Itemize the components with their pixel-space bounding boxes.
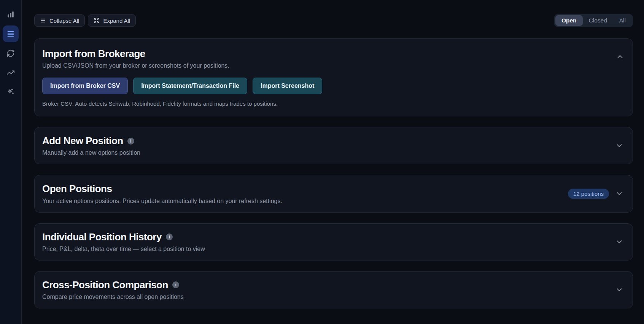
sidebar-item-ai[interactable] [3,84,19,100]
section-subtitle-position-history: Price, P&L, delta, theta over time — sel… [42,246,205,253]
position-filter-tabs: Open Closed All [554,14,633,27]
expand-add-position-button[interactable] [614,140,625,151]
collapse-import-section-button[interactable] [614,51,626,62]
refresh-icon [6,49,15,57]
tab-closed[interactable]: Closed [583,15,613,26]
expand-all-label: Expand All [103,17,130,24]
panel-cross-comparison: Cross-Position Comparison i Compare pric… [34,271,633,308]
main-content: Collapse All Expand All Open Closed All [22,0,644,324]
panel-open-positions: Open Positions Your active options posit… [34,175,633,212]
cross-comparison-header[interactable]: Cross-Position Comparison i Compare pric… [42,279,625,300]
position-history-header-right [614,236,625,248]
sidebar-item-dashboard[interactable] [3,6,19,23]
section-title-add-position-text: Add New Position [42,135,123,147]
menu-icon [40,17,46,24]
add-position-header-right [614,140,625,151]
panel-import-brokerage: Import from Brokerage Upload CSV/JSON fr… [34,38,633,116]
open-positions-header[interactable]: Open Positions Your active options posit… [42,183,625,204]
tab-open[interactable]: Open [555,15,583,26]
app-root: Collapse All Expand All Open Closed All [0,0,644,324]
trend-up-icon [6,68,15,77]
add-position-header-text: Add New Position i Manually add a new op… [42,135,140,156]
collapse-all-label: Collapse All [49,17,79,24]
chevron-down-icon [615,141,623,150]
info-icon: i [172,281,179,288]
chevron-up-icon [616,52,624,61]
expand-cross-comparison-button[interactable] [614,284,625,295]
sidebar-item-refresh[interactable] [3,45,19,62]
sparkles-icon [6,88,15,96]
section-title-import: Import from Brokerage [42,48,625,60]
tab-all[interactable]: All [613,15,632,26]
import-statement-file-button[interactable]: Import Statement/Transaction File [133,78,247,94]
positions-count-badge: 12 positions [568,189,609,199]
section-title-import-text: Import from Brokerage [42,48,145,60]
import-screenshot-button[interactable]: Import Screenshot [253,78,322,94]
section-title-position-history-text: Individual Position History [42,231,162,243]
section-title-cross-comparison: Cross-Position Comparison i [42,279,184,291]
collapse-all-button[interactable]: Collapse All [34,14,85,27]
sidebar [0,0,22,324]
section-title-open-positions-text: Open Positions [42,183,112,195]
chevron-down-icon [615,286,623,294]
info-icon: i [127,138,134,145]
sidebar-item-positions[interactable] [3,25,19,42]
section-title-cross-comparison-text: Cross-Position Comparison [42,279,168,291]
section-subtitle-cross-comparison: Compare price movements across all open … [42,294,184,300]
import-broker-csv-button[interactable]: Import from Broker CSV [42,78,128,94]
toolbar: Collapse All Expand All Open Closed All [34,14,633,27]
position-history-header[interactable]: Individual Position History i Price, P&L… [42,231,625,253]
section-title-add-position: Add New Position i [42,135,140,147]
position-history-header-text: Individual Position History i Price, P&L… [42,231,205,253]
chevron-down-icon [615,238,623,246]
cross-comparison-header-right [614,284,625,295]
section-subtitle-add-position: Manually add a new options position [42,149,140,156]
panel-add-position: Add New Position i Manually add a new op… [34,127,633,164]
section-subtitle-open-positions: Your active options positions. Prices up… [42,198,282,205]
import-buttons-row: Import from Broker CSV Import Statement/… [42,78,625,94]
expand-icon [94,17,100,24]
broker-csv-note: Broker CSV: Auto-detects Schwab, Robinho… [42,100,625,107]
sidebar-item-trends[interactable] [3,64,19,81]
section-title-position-history: Individual Position History i [42,231,205,243]
open-positions-header-text: Open Positions Your active options posit… [42,183,282,204]
expand-open-positions-button[interactable] [614,188,625,199]
open-positions-header-right: 12 positions [568,188,625,199]
chevron-down-icon [615,189,623,198]
section-subtitle-import: Upload CSV/JSON from your broker or scre… [42,62,625,69]
toolbar-left: Collapse All Expand All [34,14,136,27]
info-icon: i [166,233,173,240]
bar-chart-icon [6,10,15,19]
cross-comparison-header-text: Cross-Position Comparison i Compare pric… [42,279,184,300]
panel-position-history: Individual Position History i Price, P&L… [34,223,633,260]
section-title-open-positions: Open Positions [42,183,282,195]
expand-all-button[interactable]: Expand All [88,14,136,27]
add-position-header[interactable]: Add New Position i Manually add a new op… [42,135,625,156]
list-icon [6,30,15,38]
expand-position-history-button[interactable] [614,236,625,248]
